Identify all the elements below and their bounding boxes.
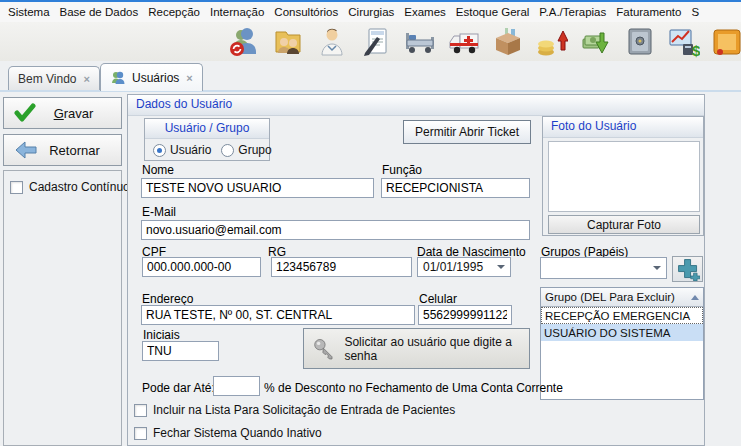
- user-photo-title: Foto do Usuário: [543, 117, 703, 138]
- discount-input[interactable]: [213, 376, 260, 396]
- rg-input[interactable]: [271, 257, 412, 277]
- tab-bem-vindo[interactable]: Bem Vindo ×: [8, 66, 100, 90]
- initials-input[interactable]: [142, 341, 219, 361]
- money-out-icon[interactable]: [580, 26, 612, 58]
- save-button-label: Gravar: [36, 106, 111, 121]
- sort-asc-icon: [691, 295, 699, 300]
- chevron-down-icon: [653, 266, 661, 270]
- close-when-idle-row: Fechar Sistema Quando Inativo: [134, 426, 322, 440]
- ambulance-icon[interactable]: [448, 26, 480, 58]
- menu-bar: Sistema Base de Dados Recepção Internaçã…: [0, 2, 741, 22]
- role-input[interactable]: [381, 178, 530, 198]
- tab-bem-vindo-close-icon[interactable]: ×: [83, 73, 89, 85]
- birthdate-value: 01/01/1995: [423, 260, 483, 274]
- user-or-group-title: Usuário / Grupo: [145, 119, 269, 139]
- stock-box-icon[interactable]: [492, 26, 524, 58]
- menu-exames[interactable]: Exames: [399, 6, 451, 18]
- menu-base-de-dados[interactable]: Base de Dados: [55, 6, 144, 18]
- continuous-registration-label[interactable]: Cadastro Contínuo: [29, 180, 130, 194]
- request-password-button-label: Solicitar ao usuário que digite a senha: [344, 335, 520, 363]
- capture-photo-button[interactable]: Capturar Foto: [548, 215, 700, 234]
- app-window: Sistema Base de Dados Recepção Internaçã…: [0, 0, 741, 446]
- groups-combo[interactable]: [540, 257, 667, 279]
- add-group-button[interactable]: [672, 256, 703, 282]
- users-tab-icon: [110, 70, 126, 86]
- photo-preview-area: [548, 141, 700, 212]
- tab-usuarios-label: Usuários: [132, 71, 179, 85]
- address-input[interactable]: [141, 305, 415, 325]
- partial-icon[interactable]: [712, 26, 741, 58]
- menu-cutoff[interactable]: S: [686, 6, 704, 18]
- chevron-down-icon: [497, 265, 505, 269]
- sidebar-panel: Cadastro Contínuo: [3, 170, 122, 446]
- return-button-label: Retornar: [38, 143, 111, 158]
- role-label: Função: [382, 163, 422, 177]
- name-input[interactable]: [141, 178, 374, 198]
- group-row-usuario-sistema[interactable]: USUÁRIO DO SISTEMA: [541, 324, 703, 341]
- menu-sistema[interactable]: Sistema: [3, 6, 55, 18]
- discount-prefix-label: Pode dar Até:: [142, 381, 215, 395]
- tab-bem-vindo-label: Bem Vindo: [18, 72, 76, 86]
- menu-consultorios[interactable]: Consultórios: [269, 6, 343, 18]
- tab-usuarios-close-icon[interactable]: ×: [186, 72, 192, 84]
- mobile-input[interactable]: [418, 305, 512, 325]
- menu-recepcao[interactable]: Recepção: [143, 6, 205, 18]
- safe-icon[interactable]: [624, 26, 656, 58]
- menu-pa-terapias[interactable]: P.A./Terapias: [534, 6, 611, 18]
- groups-list: Grupo (DEL Para Excluir) RECEPÇÃO EMERGE…: [540, 287, 704, 400]
- user-photo-groupbox: Foto do Usuário Capturar Foto: [542, 116, 704, 236]
- menu-estoque-geral[interactable]: Estoque Geral: [451, 6, 535, 18]
- birthdate-combo[interactable]: 01/01/1995: [417, 257, 511, 277]
- email-input[interactable]: [141, 220, 530, 240]
- initials-label: Iniciais: [143, 328, 180, 342]
- doctor-icon[interactable]: [316, 26, 348, 58]
- tab-usuarios[interactable]: Usuários ×: [100, 63, 203, 91]
- tab-bar: Bem Vindo × Usuários ×: [0, 61, 741, 90]
- capture-photo-button-label: Capturar Foto: [549, 218, 699, 232]
- user-sync-icon[interactable]: [228, 26, 260, 58]
- menu-internacao[interactable]: Internação: [205, 6, 269, 18]
- include-patient-list-label[interactable]: Incluir na Lista Para Solicitação de Ent…: [153, 403, 455, 417]
- include-patient-list-checkbox[interactable]: [134, 404, 147, 417]
- mobile-label: Celular: [419, 292, 457, 306]
- request-password-button[interactable]: Solicitar ao usuário que digite a senha: [303, 328, 530, 369]
- user-radio-label[interactable]: Usuário: [170, 143, 211, 157]
- close-when-idle-checkbox[interactable]: [134, 427, 147, 440]
- save-button[interactable]: Gravar: [3, 97, 122, 129]
- hospital-bed-icon[interactable]: [404, 26, 436, 58]
- user-radio[interactable]: [153, 144, 166, 157]
- key-icon: [313, 336, 335, 362]
- discount-suffix-label: % de Desconto no Fechamento de Uma Conta…: [264, 381, 563, 395]
- users-folder-icon[interactable]: [272, 26, 304, 58]
- menu-faturamento[interactable]: Faturamento: [611, 6, 686, 18]
- email-label: E-Mail: [142, 205, 176, 219]
- include-patient-list-row: Incluir na Lista Para Solicitação de Ent…: [134, 403, 455, 417]
- group-row-recepcao[interactable]: RECEPÇÃO EMERGENCIA: [541, 307, 703, 324]
- name-label: Nome: [142, 163, 174, 177]
- money-in-icon[interactable]: [536, 26, 568, 58]
- prescription-icon[interactable]: [360, 26, 392, 58]
- svg-text:$: $: [692, 42, 700, 58]
- continuous-registration-checkbox[interactable]: [10, 181, 23, 194]
- user-or-group-groupbox: Usuário / Grupo Usuário Grupo: [144, 118, 270, 161]
- menu-cirurgias[interactable]: Cirurgias: [343, 6, 399, 18]
- user-data-groupbox: Dados do Usuário Usuário / Grupo Usuário…: [127, 94, 705, 446]
- allow-ticket-button-label: Permitir Abrir Ticket: [404, 125, 530, 139]
- group-radio-label[interactable]: Grupo: [238, 143, 271, 157]
- groups-list-header-label: Grupo (DEL Para Excluir): [545, 291, 675, 303]
- allow-ticket-button[interactable]: Permitir Abrir Ticket: [403, 120, 531, 144]
- close-when-idle-label[interactable]: Fechar Sistema Quando Inativo: [153, 426, 322, 440]
- toolbar: $: [0, 22, 741, 62]
- return-button[interactable]: Retornar: [3, 134, 122, 166]
- plus-icon: [676, 257, 700, 281]
- left-arrow-icon: [14, 140, 38, 160]
- cpf-input[interactable]: [142, 257, 261, 277]
- address-label: Endereço: [142, 292, 193, 306]
- group-radio[interactable]: [221, 144, 234, 157]
- billing-icon[interactable]: $: [668, 26, 700, 58]
- groups-list-header[interactable]: Grupo (DEL Para Excluir): [541, 288, 703, 307]
- check-icon: [14, 102, 36, 124]
- user-data-title: Dados do Usuário: [128, 95, 704, 116]
